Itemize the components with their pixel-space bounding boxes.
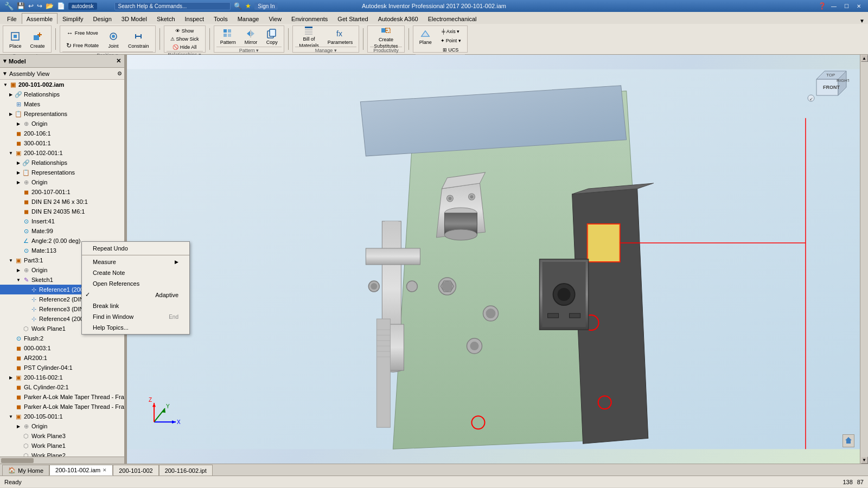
tab-sketch[interactable]: Sketch bbox=[152, 13, 180, 24]
open-icon[interactable]: 📂 bbox=[46, 2, 54, 10]
tree-item-workplane2-105[interactable]: ⬡ Work Plane2 bbox=[0, 451, 124, 457]
new-icon[interactable]: 📄 bbox=[57, 2, 65, 10]
create-btn[interactable]: Create bbox=[27, 27, 49, 52]
show-btn[interactable]: 👁 Show bbox=[167, 27, 203, 35]
tree-item-200-102-001[interactable]: ▼ ▣ 200-102-001:1 bbox=[0, 148, 124, 158]
free-rotate-btn[interactable]: ↻ Free Rotate bbox=[62, 40, 103, 52]
ribbon-options-icon[interactable]: ▼ bbox=[856, 18, 868, 24]
bom-btn[interactable]: Bill of Materials bbox=[295, 27, 323, 47]
tab-iam-close[interactable]: ✕ bbox=[103, 467, 107, 473]
tree-item-din-24m6[interactable]: ◼ DIN EN 24 M6 x 30:1 bbox=[0, 197, 124, 207]
create-substitutes-btn[interactable]: Create Substitutes bbox=[370, 27, 402, 47]
ctx-find-in-window[interactable]: Find in Window End bbox=[82, 311, 189, 322]
model-panel-collapse-btn[interactable]: ▾ bbox=[3, 57, 7, 65]
parameters-btn[interactable]: fx Parameters bbox=[324, 27, 357, 47]
search-field-title[interactable]: autodesk bbox=[68, 3, 97, 10]
tab-electromechanical[interactable]: Electromechanical bbox=[423, 13, 482, 24]
tab-design[interactable]: Design bbox=[88, 13, 117, 24]
help-btn[interactable]: ❓ bbox=[818, 2, 826, 10]
tab-200-101-002[interactable]: 200-101-002 bbox=[113, 465, 158, 476]
tab-assemble[interactable]: Assemble bbox=[22, 13, 58, 24]
tree-root[interactable]: ▼ ▣ 200-101-002.iam bbox=[0, 80, 124, 89]
tree-item-relationships[interactable]: ▶ 🔗 Relationships bbox=[0, 89, 124, 99]
tree-item-representations-2[interactable]: ▶ 📋 Representations bbox=[0, 168, 124, 177]
close-btn[interactable]: ✕ bbox=[854, 3, 864, 10]
settings-icon[interactable]: ⚙ bbox=[117, 70, 122, 76]
tab-200-101-002-iam[interactable]: 200-101-002.iam ✕ bbox=[49, 465, 113, 476]
ucs-btn[interactable]: ⊞ UCS bbox=[437, 46, 465, 54]
tree-item-gl-cyl[interactable]: ◼ GL Cylinder-02:1 bbox=[0, 382, 124, 392]
tree-item-origin-105[interactable]: ▶ ⊕ Origin bbox=[0, 421, 124, 431]
copy-btn[interactable]: Copy bbox=[262, 27, 282, 47]
constrain-btn[interactable]: Constrain bbox=[124, 28, 153, 52]
tree-scrollbar-horizontal[interactable] bbox=[0, 457, 124, 464]
tab-environments[interactable]: Environments bbox=[286, 13, 333, 24]
ctx-break-link[interactable]: Break link bbox=[82, 300, 189, 311]
tree-item-representations[interactable]: ▶ 📋 Representations bbox=[0, 109, 124, 119]
tree-item-workplane1-105[interactable]: ⬡ Work Plane1 bbox=[0, 441, 124, 451]
tree-item-mate99[interactable]: ⊙ Mate:99 bbox=[0, 226, 124, 236]
plane-btn[interactable]: Plane bbox=[416, 27, 436, 47]
hide-all-btn[interactable]: 🚫 Hide All bbox=[167, 43, 203, 51]
pattern-btn[interactable]: Pattern bbox=[216, 27, 240, 47]
tab-manage[interactable]: Manage bbox=[233, 13, 264, 24]
tree-item-200-105-001[interactable]: ▼ ▣ 200-105-001:1 bbox=[0, 412, 124, 421]
assembly-view-label[interactable]: Assembly View bbox=[9, 70, 49, 77]
tab-simplify[interactable]: Simplify bbox=[58, 13, 88, 24]
tab-200-116-002-ipt[interactable]: 200-116-002.ipt bbox=[159, 465, 213, 476]
point-btn[interactable]: ✦ Point ▾ bbox=[437, 36, 465, 45]
ctx-measure[interactable]: Measure ▶ bbox=[82, 256, 189, 267]
tab-a360[interactable]: Autodesk A360 bbox=[373, 13, 423, 24]
tree-item-200-107[interactable]: ◼ 200-107-001:1 bbox=[0, 187, 124, 197]
tab-file[interactable]: File bbox=[2, 13, 22, 24]
ctx-help-topics[interactable]: Help Topics... bbox=[82, 322, 189, 333]
tree-item-flush2[interactable]: ⊙ Flush:2 bbox=[0, 333, 124, 343]
tree-item-200-116-002[interactable]: ▶ ▣ 200-116-002:1 bbox=[0, 373, 124, 382]
tree-item-pst-cyl[interactable]: ◼ PST Cylinder-04:1 bbox=[0, 363, 124, 373]
help-search[interactable]: Search Help & Commands... bbox=[114, 2, 231, 10]
sign-in-btn[interactable]: Sign In bbox=[254, 3, 278, 10]
tree-item-parker-2[interactable]: ◼ Parker A-Lok Male Taper Thread - Fract… bbox=[0, 402, 124, 412]
ctx-repeat-undo[interactable]: Repeat Undo bbox=[82, 243, 189, 254]
axis-btn[interactable]: ╪ Axis ▾ bbox=[437, 27, 465, 36]
search-submit-icon[interactable]: 🔍 bbox=[234, 2, 242, 10]
tab-my-home[interactable]: 🏠 My Home bbox=[2, 465, 49, 476]
place-btn[interactable]: Place bbox=[5, 27, 25, 52]
quick-access-redo[interactable]: ↪ bbox=[37, 2, 42, 10]
scroll-down-btn[interactable]: ▼ bbox=[861, 457, 868, 464]
tab-3dmodel[interactable]: 3D Model bbox=[117, 13, 152, 24]
mirror-btn[interactable]: Mirror bbox=[241, 27, 261, 47]
tree-item-workplane3[interactable]: ⬡ Work Plane3 bbox=[0, 431, 124, 441]
show-sick-btn[interactable]: ⚠ Show Sick bbox=[167, 35, 203, 43]
viewport-right-scroll[interactable]: ▲ ▼ bbox=[860, 55, 868, 464]
viewport-3d[interactable]: X Y Z FRONT RIGHT TOP bbox=[127, 55, 860, 464]
tree-item-origin1[interactable]: ▶ ⊕ Origin bbox=[0, 119, 124, 129]
tree-item-ar200[interactable]: ◼ AR200:1 bbox=[0, 353, 124, 363]
ctx-adaptive[interactable]: Adaptive bbox=[82, 289, 189, 300]
tree-item-din-24035[interactable]: ◼ DIN EN 24035 M6:1 bbox=[0, 207, 124, 216]
restore-btn[interactable]: ☐ bbox=[841, 3, 852, 10]
tab-getstarted[interactable]: Get Started bbox=[333, 13, 373, 24]
tree-item-300-001[interactable]: ◼ 300-001:1 bbox=[0, 138, 124, 148]
tab-inspect[interactable]: Inspect bbox=[180, 13, 209, 24]
ctx-create-note[interactable]: Create Note bbox=[82, 267, 189, 278]
minimize-btn[interactable]: — bbox=[828, 3, 839, 10]
model-panel-close-btn[interactable]: ✕ bbox=[116, 57, 121, 65]
tree-item-200-106[interactable]: ◼ 200-106:1 bbox=[0, 129, 124, 138]
view-home-icon[interactable] bbox=[843, 434, 854, 447]
tab-view[interactable]: View bbox=[264, 13, 286, 24]
joint-btn[interactable]: Joint bbox=[104, 28, 123, 52]
free-move-btn[interactable]: ↔ Free Move bbox=[62, 27, 103, 39]
tree-root-toggle[interactable]: ▼ bbox=[2, 81, 9, 88]
scroll-up-btn[interactable]: ▲ bbox=[861, 55, 868, 62]
navigation-cube[interactable]: FRONT RIGHT TOP ↙ bbox=[806, 60, 849, 104]
tree-item-origin-2[interactable]: ▶ ⊕ Origin bbox=[0, 177, 124, 187]
tree-item-000-003[interactable]: ◼ 000-003:1 bbox=[0, 343, 124, 353]
quick-access-undo[interactable]: ↩ bbox=[28, 2, 34, 10]
tab-tools[interactable]: Tools bbox=[209, 13, 233, 24]
tree-item-insert41[interactable]: ⊙ Insert:41 bbox=[0, 216, 124, 226]
quick-access-save[interactable]: 💾 bbox=[17, 2, 25, 10]
tree-item-parker-1[interactable]: ◼ Parker A-Lok Male Taper Thread - Fract… bbox=[0, 392, 124, 402]
tree-item-mates[interactable]: ⊞ Mates bbox=[0, 99, 124, 109]
ctx-open-references[interactable]: Open References bbox=[82, 278, 189, 289]
